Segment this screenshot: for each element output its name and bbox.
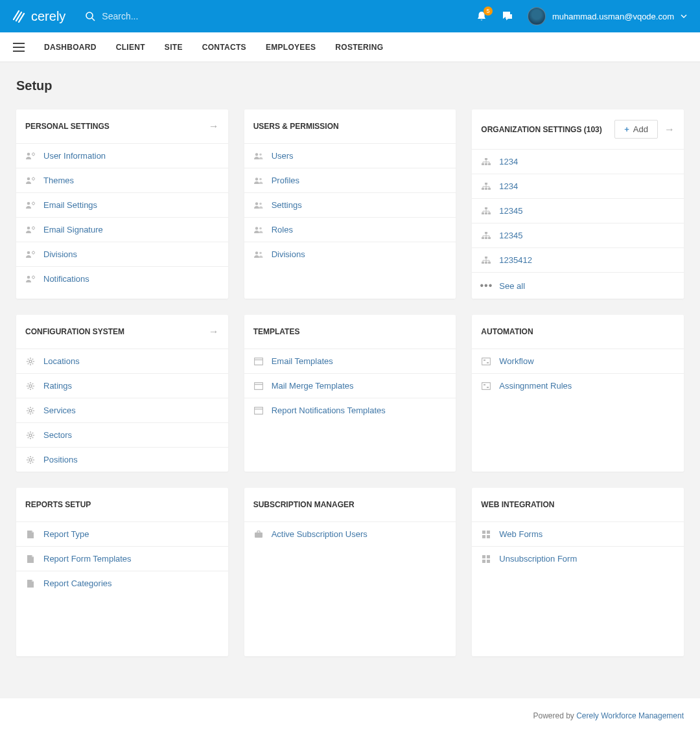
search-icon[interactable] — [85, 11, 95, 21]
link-label: Users — [272, 151, 294, 161]
nav-site[interactable]: SITE — [165, 43, 183, 52]
card-title: TEMPLATES — [253, 327, 300, 336]
list-item[interactable]: Services — [16, 398, 228, 422]
list-item[interactable]: Profiles — [244, 168, 456, 192]
card-header: AUTOMATION — [472, 315, 684, 349]
notifications-button[interactable]: 5 — [476, 10, 487, 22]
list-item[interactable]: Report Form Templates — [16, 546, 228, 571]
list-item[interactable]: Report Type — [16, 521, 228, 546]
list-item[interactable]: Report Categories — [16, 571, 228, 595]
card-header: CONFIGURATION SYSTEM → — [16, 315, 228, 349]
brand-text: cerely — [31, 9, 65, 24]
nav-rostering[interactable]: ROSTERING — [335, 43, 383, 52]
svg-point-18 — [259, 153, 262, 155]
list-item[interactable]: Workflow — [472, 349, 684, 373]
users-icon — [253, 152, 264, 160]
footer-link[interactable]: Cerely Workforce Management — [576, 711, 684, 720]
link-label: Web Forms — [499, 529, 542, 539]
card-title: USERS & PERMISSION — [253, 122, 339, 131]
list-item[interactable]: User Information — [16, 143, 228, 168]
svg-rect-28 — [482, 163, 484, 165]
list-item[interactable]: Users — [244, 143, 456, 168]
list-item[interactable]: Email Signature — [16, 217, 228, 242]
list-item[interactable]: Sectors — [16, 422, 228, 447]
svg-rect-31 — [485, 183, 487, 185]
arrow-right-icon[interactable]: → — [209, 326, 219, 337]
svg-rect-32 — [482, 188, 484, 190]
add-button[interactable]: +Add — [614, 120, 658, 139]
card-web-integration: WEB INTEGRATION Web Forms Unsubscription… — [472, 488, 684, 656]
link-label: Profiles — [272, 176, 299, 185]
add-label: Add — [633, 124, 648, 134]
list-item[interactable]: 12345 — [472, 223, 684, 247]
list-item[interactable]: Assingnment Rules — [472, 373, 684, 398]
svg-point-7 — [27, 177, 30, 180]
list-item[interactable]: Locations — [16, 349, 228, 373]
nav-client[interactable]: CLIENT — [116, 43, 145, 52]
notification-badge: 5 — [484, 6, 493, 16]
svg-point-9 — [27, 201, 30, 205]
card-header: TEMPLATES — [244, 315, 456, 349]
arrow-right-icon[interactable]: → — [209, 120, 219, 132]
card-header: WEB INTEGRATION — [472, 488, 684, 521]
list-item[interactable]: Settings — [244, 192, 456, 217]
search-input[interactable] — [102, 11, 231, 21]
search-wrap — [85, 11, 476, 21]
list-item[interactable]: Ratings — [16, 373, 228, 398]
svg-point-24 — [259, 227, 262, 229]
arrow-right-icon[interactable]: → — [664, 124, 675, 135]
list-item[interactable]: Email Templates — [244, 349, 456, 373]
card-header: PERSONAL SETTINGS → — [16, 109, 228, 143]
file-icon — [25, 579, 36, 588]
user-gear-icon — [25, 275, 36, 284]
list-item[interactable]: 12345 — [472, 198, 684, 223]
nav-contacts[interactable]: CONTACTS — [202, 43, 246, 52]
list-item[interactable]: 1235412 — [472, 247, 684, 272]
list-item[interactable]: Web Forms — [472, 521, 684, 546]
list-item[interactable]: Positions — [16, 447, 228, 472]
svg-point-15 — [27, 275, 30, 279]
list-item[interactable]: Roles — [244, 217, 456, 242]
list-item[interactable]: 1234 — [472, 149, 684, 174]
svg-rect-71 — [482, 560, 485, 563]
org-tree-icon — [481, 183, 491, 190]
list-item[interactable]: Notifications — [16, 266, 228, 291]
link-label: 1235412 — [499, 255, 532, 265]
list-item[interactable]: Active Subscription Users — [244, 521, 456, 546]
svg-rect-43 — [485, 257, 487, 258]
automation-icon — [481, 358, 491, 365]
brand-logo[interactable]: cerely — [13, 9, 65, 24]
list-item[interactable]: Email Settings — [16, 192, 228, 217]
svg-rect-46 — [488, 262, 491, 264]
list-item[interactable]: 1234 — [472, 174, 684, 198]
list-item[interactable]: Themes — [16, 168, 228, 192]
user-gear-icon — [25, 250, 36, 259]
link-label: Workflow — [499, 356, 533, 366]
link-label: Active Subscription Users — [272, 529, 368, 539]
chat-icon[interactable] — [502, 10, 513, 22]
see-all-link[interactable]: •••See all — [472, 272, 684, 299]
setup-grid: PERSONAL SETTINGS → User Information The… — [16, 109, 684, 656]
plus-icon: + — [624, 124, 629, 134]
list-item[interactable]: Mail Merge Templates — [244, 373, 456, 398]
org-tree-icon — [481, 207, 491, 215]
svg-rect-56 — [254, 407, 262, 414]
page-title: Setup — [16, 78, 684, 93]
svg-point-48 — [29, 385, 32, 387]
list-item[interactable]: Divisions — [244, 242, 456, 266]
link-label: Services — [43, 406, 76, 415]
card-configuration-system: CONFIGURATION SYSTEM → Locations Ratings… — [16, 315, 228, 472]
list-item[interactable]: Unsubscription Form — [472, 546, 684, 571]
nav-employees[interactable]: EMPLOYEES — [266, 43, 316, 52]
list-item[interactable]: Report Notifications Templates — [244, 398, 456, 422]
nav-dashboard[interactable]: DASHBOARD — [44, 43, 97, 52]
list-item[interactable]: Divisions — [16, 242, 228, 266]
svg-point-17 — [255, 153, 257, 155]
user-menu[interactable]: muhammad.usman@vqode.com — [528, 7, 687, 25]
card-users-permission: USERS & PERMISSION Users Profiles Settin… — [244, 109, 456, 299]
template-icon — [253, 382, 264, 390]
menu-toggle[interactable] — [13, 43, 25, 52]
svg-point-50 — [29, 434, 32, 437]
card-header: ORGANIZATION SETTINGS (103) +Add → — [472, 109, 684, 149]
link-label: Email Templates — [272, 356, 333, 366]
